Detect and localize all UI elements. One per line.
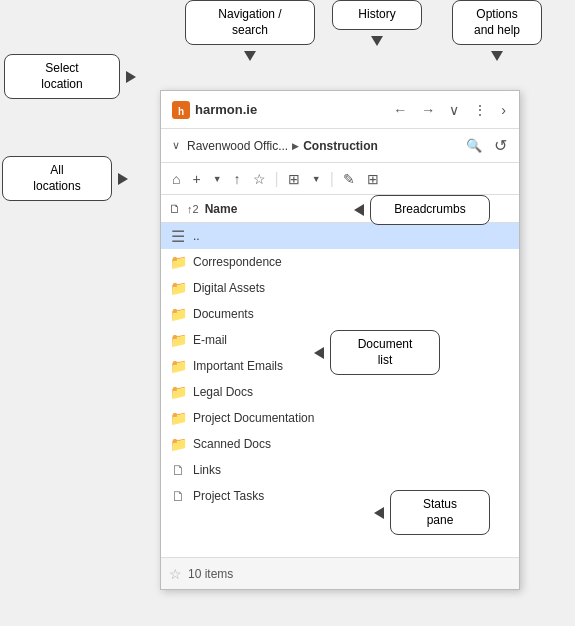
callout-options-help: Options and help (452, 0, 542, 45)
folder-icon: 📁 (169, 410, 187, 426)
file-name: Digital Assets (193, 281, 265, 295)
file-name: Important Emails (193, 359, 283, 373)
doc-type-icon: 🗋 (169, 202, 181, 216)
file-name: Project Documentation (193, 411, 314, 425)
list-item[interactable]: 📁 Scanned Docs (161, 431, 519, 457)
page-icon: 🗋 (169, 488, 187, 504)
file-name: Correspondence (193, 255, 282, 269)
name-column-header[interactable]: Name (205, 202, 238, 216)
folder-icon: 📁 (169, 306, 187, 322)
breadcrumb-path-part2[interactable]: Construction (303, 139, 378, 153)
list-item[interactable]: ☰ .. (161, 223, 519, 249)
folder-icon: 📁 (169, 358, 187, 374)
file-name: Scanned Docs (193, 437, 271, 451)
dropdown-button[interactable]: ∨ (446, 102, 462, 118)
logo: h harmon.ie (171, 100, 257, 120)
harmon-logo-icon: h (171, 100, 191, 120)
folder-icon: 📁 (169, 332, 187, 348)
breadcrumb-search-button[interactable]: 🔍 (462, 137, 486, 154)
callout-status-pane: Status pane (390, 490, 490, 535)
list-item[interactable]: 📁 Digital Assets (161, 275, 519, 301)
breadcrumb-path-part1[interactable]: Ravenwood Offic... (187, 139, 288, 153)
draw-button[interactable]: ✎ (340, 170, 358, 188)
callout-all-locations: All locations (2, 156, 112, 201)
forward-button[interactable]: → (418, 102, 438, 118)
file-name: Project Tasks (193, 489, 264, 503)
list-item[interactable]: 📁 Project Documentation (161, 405, 519, 431)
parent-icon: ☰ (169, 227, 187, 246)
breadcrumb-chevron[interactable]: ∨ (169, 139, 183, 152)
sort-indicator[interactable]: ↑2 (187, 203, 199, 215)
add-button[interactable]: + (189, 170, 203, 188)
list-item[interactable]: 📁 Legal Docs (161, 379, 519, 405)
toolbar: ⌂ + ▼ ↑ ☆ | ⊞ ▼ | ✎ ⊞ (161, 163, 519, 195)
breadcrumb-bar: ∨ Ravenwood Offic... ▶ Construction 🔍 ↺ (161, 129, 519, 163)
more-tools-button[interactable]: ⊞ (364, 170, 382, 188)
folder-icon: 📁 (169, 254, 187, 270)
list-item[interactable]: 🗋 Links (161, 457, 519, 483)
callout-select-location: Select location (4, 54, 120, 99)
list-item[interactable]: 📁 Correspondence (161, 249, 519, 275)
file-name: E-mail (193, 333, 227, 347)
expand-button[interactable]: › (498, 102, 509, 118)
separator2: | (330, 170, 334, 188)
logo-text: harmon.ie (195, 102, 257, 117)
callout-document-list: Document list (330, 330, 440, 375)
add-dropdown-button[interactable]: ▼ (210, 173, 225, 185)
grid-dropdown-button[interactable]: ▼ (309, 173, 324, 185)
svg-text:h: h (178, 106, 184, 117)
up-button[interactable]: ↑ (231, 170, 244, 188)
back-button[interactable]: ← (390, 102, 410, 118)
star-button[interactable]: ☆ (250, 170, 269, 188)
breadcrumb-refresh-button[interactable]: ↺ (490, 135, 511, 156)
more-button[interactable]: ⋮ (470, 102, 490, 118)
list-item[interactable]: 📁 Documents (161, 301, 519, 327)
status-star-icon: ☆ (169, 566, 182, 582)
folder-icon: 📁 (169, 280, 187, 296)
status-bar: ☆ 10 items (161, 557, 519, 589)
status-text: 10 items (188, 567, 233, 581)
breadcrumb-separator: ▶ (292, 141, 299, 151)
file-name: Legal Docs (193, 385, 253, 399)
title-bar: h harmon.ie ← → ∨ ⋮ › (161, 91, 519, 129)
folder-icon: 📁 (169, 384, 187, 400)
page-icon: 🗋 (169, 462, 187, 478)
grid-button[interactable]: ⊞ (285, 170, 303, 188)
callout-history: History (332, 0, 422, 30)
callout-nav-search: Navigation / search (185, 0, 315, 45)
file-name: Documents (193, 307, 254, 321)
file-name: Links (193, 463, 221, 477)
separator1: | (275, 170, 279, 188)
callout-breadcrumbs: Breadcrumbs (370, 195, 490, 225)
folder-icon: 📁 (169, 436, 187, 452)
home-button[interactable]: ⌂ (169, 170, 183, 188)
parent-name: .. (193, 229, 200, 243)
